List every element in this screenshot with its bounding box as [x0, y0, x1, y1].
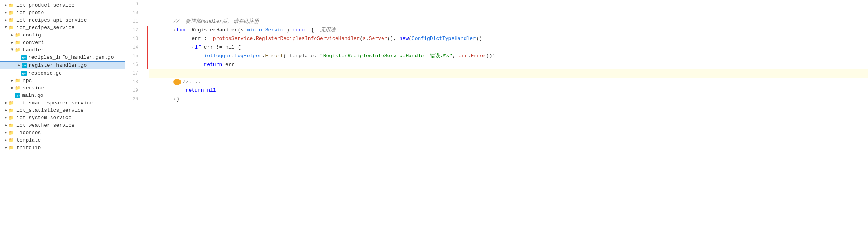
arrow-icon	[3, 25, 9, 31]
sidebar-item-iot_proto[interactable]: iot_proto	[0, 9, 125, 16]
arrow-icon	[9, 33, 15, 38]
code-line-12: err := protosService.RegisterReciplesInf…	[149, 26, 868, 35]
sidebar-item-service[interactable]: service	[0, 84, 125, 92]
folder-icon	[15, 78, 21, 84]
line-numbers: 9 10 11 12 13 14 15 16 17 18 19 20	[125, 0, 144, 233]
red-box-region: err := protosService.RegisterReciplesInf…	[149, 26, 868, 69]
code-line-10: // 新增加handler后, 请在此注册	[149, 9, 868, 17]
sidebar-item-licenses[interactable]: licenses	[0, 129, 125, 137]
code-line-20	[149, 95, 868, 104]
sidebar-item-template[interactable]: template	[0, 137, 125, 144]
line-num-20: 20	[125, 95, 141, 104]
folder-icon	[9, 18, 15, 23]
code-line-14: iotlogger.LogHelper.Errorf( template: "R…	[149, 43, 868, 52]
arrow-icon	[9, 47, 15, 53]
line-num-15: 15	[125, 52, 141, 60]
arrow-icon	[16, 63, 22, 68]
folder-icon	[9, 3, 15, 8]
sidebar-item-config[interactable]: config	[0, 31, 125, 39]
arrow-icon	[3, 138, 9, 143]
code-line-11: ▾func RegisterHandler(s micro.Service) e…	[149, 17, 868, 26]
sidebar-item-handler[interactable]: handler	[0, 46, 125, 54]
sidebar-item-iot_recipes_api_service[interactable]: iot_recipes_api_service	[0, 16, 125, 24]
line-num-9: 9	[125, 0, 141, 9]
code-line-16: }	[149, 60, 868, 69]
go-file-icon: go	[22, 63, 27, 68]
arrow-icon	[3, 10, 9, 16]
arrow-icon	[3, 18, 9, 23]
arrow-icon	[3, 123, 9, 128]
arrow-icon	[3, 115, 9, 121]
code-line-19: ▾}	[149, 86, 868, 95]
arrow-icon	[3, 3, 9, 8]
code-line-15: return err	[149, 52, 868, 60]
sidebar-item-rpc[interactable]: rpc	[0, 77, 125, 84]
sidebar-item-iot_recipes_service[interactable]: iot_recipes_service	[0, 24, 125, 31]
code-line-9	[149, 0, 868, 9]
code-content: // 新增加handler后, 请在此注册 ▾func RegisterHand…	[144, 0, 868, 233]
arrow-icon	[3, 108, 9, 113]
line-num-12: 12	[125, 26, 141, 35]
code-line-13: ▾if err != nil {	[149, 35, 868, 43]
line-num-18: 18	[125, 78, 141, 86]
line-num-17: 17	[125, 69, 141, 78]
folder-icon	[9, 145, 15, 151]
folder-icon	[9, 123, 15, 128]
line-num-16: 16	[125, 60, 141, 69]
folder-icon	[9, 10, 15, 16]
arrow-icon	[3, 130, 9, 136]
code-area: 9 10 11 12 13 14 15 16 17 18 19 20 // 新增…	[125, 0, 868, 233]
sidebar-item-register_handler[interactable]: go register_handler.go	[0, 61, 125, 69]
line-num-11: 11	[125, 17, 141, 26]
sidebar-item-iot_smart_speaker_service[interactable]: iot_smart_speaker_service	[0, 99, 125, 107]
code-line-18: return nil	[149, 78, 868, 86]
folder-icon	[9, 130, 15, 136]
go-file-icon: go	[15, 93, 20, 98]
folder-icon	[9, 100, 15, 106]
sidebar-item-response[interactable]: go response.go	[0, 69, 125, 77]
folder-icon	[9, 108, 15, 113]
sidebar-item-thirdlib[interactable]: thirdlib	[0, 144, 125, 151]
sidebar-item-iot_system_service[interactable]: iot_system_service	[0, 114, 125, 122]
arrow-icon	[9, 40, 15, 46]
folder-icon	[9, 115, 15, 121]
sidebar-item-reciples_info_handler[interactable]: go reciples_info_handler.gen.go	[0, 54, 125, 61]
line-num-13: 13	[125, 35, 141, 43]
folder-icon	[15, 40, 21, 46]
line-num-10: 10	[125, 9, 141, 17]
go-file-icon: go	[21, 55, 27, 60]
code-editor: 9 10 11 12 13 14 15 16 17 18 19 20 // 新增…	[125, 0, 868, 233]
folder-icon	[15, 47, 21, 53]
sidebar-item-iot_statistics_service[interactable]: iot_statistics_service	[0, 107, 125, 114]
go-file-icon: go	[21, 71, 27, 76]
line-num-19: 19	[125, 86, 141, 95]
sidebar-item-convert[interactable]: convert	[0, 39, 125, 46]
folder-icon	[9, 25, 15, 31]
arrow-icon	[9, 78, 15, 84]
line-num-14: 14	[125, 43, 141, 52]
folder-icon	[9, 138, 15, 143]
sidebar-item-main[interactable]: go main.go	[0, 92, 125, 99]
file-tree[interactable]: iot_product_service iot_proto iot_recipe…	[0, 0, 125, 233]
arrow-icon	[3, 145, 9, 151]
code-line-17: !//....	[149, 69, 868, 78]
folder-icon	[15, 86, 21, 91]
sidebar-item-iot_product_service[interactable]: iot_product_service	[0, 2, 125, 9]
arrow-icon	[9, 86, 15, 91]
folder-icon	[15, 33, 21, 38]
arrow-icon	[3, 100, 9, 106]
sidebar-item-iot_weather_service[interactable]: iot_weather_service	[0, 122, 125, 129]
